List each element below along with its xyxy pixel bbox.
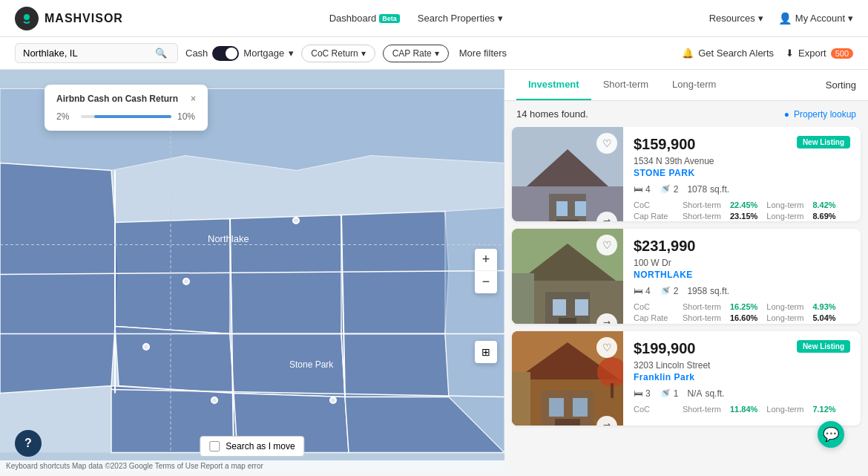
- coc-short-label-1: Short-term: [683, 200, 721, 209]
- dashboard-nav[interactable]: Dashboard Beta: [329, 13, 400, 24]
- baths-spec-2: 🚿 2: [660, 286, 679, 296]
- property-specs-1: 🛏 4 🚿 2 1078 sq.ft.: [634, 184, 850, 195]
- export-btn[interactable]: ⬇ Export 500: [786, 48, 853, 59]
- heart-symbol-1: ♡: [602, 137, 612, 149]
- bath-icon-1: 🚿: [660, 184, 671, 195]
- coc-row-2: CoC Short-term 16.25% Long-term 4.93%: [634, 302, 850, 311]
- layers-icon: ⊞: [481, 346, 490, 358]
- chat-btn[interactable]: 💬: [818, 421, 844, 448]
- slider-close-icon[interactable]: ×: [191, 94, 196, 104]
- tabs-row: Investment Short-term Long-term Sorting: [504, 70, 868, 101]
- sqft-label-1: sq.ft.: [710, 184, 729, 195]
- slider-title: Airbnb Cash on Cash Return: [56, 94, 178, 104]
- get-search-alerts-btn[interactable]: 🔔 Get Search Alerts: [682, 48, 774, 59]
- circle-info-icon: ●: [784, 109, 789, 120]
- beds-count-3: 3: [645, 388, 651, 399]
- property-info-2: $231,990 100 W Dr NORTHLAKE 🛏 4 🚿 2: [623, 229, 861, 323]
- location-input-wrapper: 🔍: [15, 43, 178, 63]
- tab-long-term-label: Long-term: [672, 79, 716, 90]
- coc-long-label-1: Long-term: [766, 200, 803, 209]
- coc-return-filter[interactable]: CoC Return ▾: [301, 45, 375, 62]
- heart-icon-3[interactable]: ♡: [596, 337, 617, 358]
- coc-row-3: CoC Short-term 11.84% Long-term 7.12%: [634, 405, 850, 414]
- export-label: Export: [798, 48, 826, 59]
- cap-rate-filter[interactable]: CAP Rate ▾: [383, 45, 449, 62]
- coc-short-val-1: 22.45%: [730, 200, 757, 209]
- property-lookup-btn[interactable]: ● Property lookup: [784, 109, 856, 120]
- account-nav[interactable]: 👤 My Account ▾: [778, 12, 853, 25]
- property-card-3[interactable]: ♡ ⇄ $199,900 New Listing 3203 Lincoln St…: [512, 331, 861, 426]
- map-marker-1[interactable]: [292, 217, 300, 224]
- heart-icon-1[interactable]: ♡: [596, 133, 617, 154]
- coc-row-1: CoC Short-term 22.45% Long-term 8.42%: [634, 200, 850, 209]
- coc-values-1: Short-term 22.45% Long-term 8.42%: [683, 200, 836, 209]
- map-marker-5[interactable]: [329, 397, 337, 404]
- map-marker-3[interactable]: [142, 343, 150, 351]
- property-lookup-label: Property lookup: [794, 109, 856, 120]
- search-properties-nav[interactable]: Search Properties ▾: [418, 13, 503, 24]
- help-btn[interactable]: ?: [15, 430, 42, 457]
- sorting-btn[interactable]: Sorting: [826, 79, 856, 91]
- bath-icon-2: 🚿: [660, 286, 671, 296]
- toggle-knob: [226, 48, 237, 59]
- map-area[interactable]: Northlake Stone Park Airbnb Cash on Cash…: [0, 70, 504, 472]
- bell-icon: 🔔: [682, 48, 694, 59]
- map-marker-4[interactable]: [211, 397, 218, 404]
- zoom-out-btn[interactable]: −: [475, 271, 497, 293]
- property-specs-2: 🛏 4 🚿 2 1958 sq.ft.: [634, 286, 850, 296]
- property-header-2: $231,990: [634, 238, 850, 255]
- slider-track[interactable]: [81, 115, 171, 118]
- beds-spec-2: 🛏 4: [634, 286, 651, 296]
- tab-investment[interactable]: Investment: [516, 70, 591, 100]
- cap-row-2: Cap Rate Short-term 16.60% Long-term 5.0…: [634, 313, 850, 322]
- more-filters-btn[interactable]: More filters: [459, 48, 507, 59]
- property-card-1[interactable]: ♡ ⇄ $159,900 New Listing 1534 N 39th Ave…: [512, 127, 861, 221]
- tab-investment-label: Investment: [528, 79, 579, 90]
- svg-rect-22: [512, 273, 534, 323]
- user-icon: 👤: [778, 12, 792, 25]
- properties-list: ♡ ⇄ $159,900 New Listing 1534 N 39th Ave…: [504, 127, 868, 433]
- search-icon[interactable]: 🔍: [155, 48, 167, 59]
- cash-mortgage-toggle: Cash Mortgage ▾: [185, 46, 294, 61]
- slider-popup: Airbnb Cash on Cash Return × 2% 10%: [45, 85, 208, 131]
- beds-count-1: 4: [645, 184, 651, 195]
- tab-long-term[interactable]: Long-term: [660, 70, 728, 100]
- search-as-move-checkbox[interactable]: [209, 441, 220, 451]
- main-nav: Dashboard Beta Search Properties ▾: [329, 13, 503, 24]
- cap-short-val-1: 23.15%: [730, 212, 757, 221]
- logo-text: MASHVISOR: [45, 12, 123, 25]
- svg-rect-19: [553, 299, 566, 316]
- cap-short-label-2: Short-term: [683, 313, 721, 322]
- baths-count-3: 1: [674, 388, 679, 399]
- header: MASHVISOR Dashboard Beta Search Properti…: [0, 0, 868, 37]
- beta-badge: Beta: [379, 14, 400, 23]
- cap-rate-label: CAP Rate: [392, 48, 432, 59]
- cash-label: Cash: [185, 48, 208, 59]
- search-as-move[interactable]: Search as I move: [200, 436, 304, 457]
- svg-rect-21: [559, 318, 576, 323]
- new-listing-badge-3: New Listing: [797, 340, 850, 353]
- property-address-2: 100 W Dr: [634, 258, 850, 268]
- logo-icon: [15, 7, 39, 30]
- get-alerts-label: Get Search Alerts: [698, 48, 774, 59]
- location-input[interactable]: [23, 48, 149, 59]
- baths-spec-3: 🚿 1: [660, 388, 679, 399]
- sqft-label-3: sq.ft.: [705, 388, 724, 399]
- chat-icon: 💬: [823, 426, 839, 443]
- cap-chevron-icon: ▾: [435, 48, 439, 59]
- map-marker-2[interactable]: [183, 278, 190, 285]
- bed-icon-2: 🛏: [634, 286, 642, 296]
- coc-short-val-2: 16.25%: [730, 302, 757, 311]
- toggle-switch[interactable]: [212, 46, 239, 61]
- resources-nav[interactable]: Resources ▾: [709, 13, 763, 24]
- help-icon: ?: [24, 437, 32, 450]
- sqft-count-1: 1078: [687, 184, 707, 195]
- property-price-2: $231,990: [634, 238, 695, 255]
- coc-short-label-2: Short-term: [683, 302, 721, 311]
- zoom-in-btn[interactable]: +: [475, 249, 497, 271]
- mortgage-label: Mortgage: [243, 48, 284, 59]
- tab-short-term[interactable]: Short-term: [591, 70, 660, 100]
- property-card-2[interactable]: ♡ ⇄ $231,990 100 W Dr NORTHLAKE 🛏: [512, 229, 861, 323]
- logo-area: MASHVISOR: [15, 7, 123, 30]
- map-layers-btn[interactable]: ⊞: [475, 341, 497, 363]
